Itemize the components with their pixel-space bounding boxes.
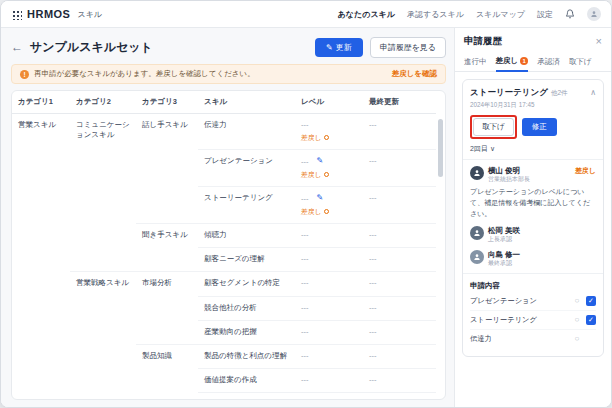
banner-text: 再申請が必要なスキルがあります。差戻しを確認してください。 xyxy=(34,69,255,79)
main-area: ← サンプルスキルセット ✎ 更新 申請履歴を見る ! 再申請が必要なスキルがあ… xyxy=(1,28,454,408)
cell-updated: --- xyxy=(363,248,436,272)
cell-level: --- xyxy=(295,344,363,368)
request-card: ストーリーテリング 他2件 ∧ 2024年10月31日 17:45 取下げ 修正… xyxy=(462,79,604,357)
status-circle-icon xyxy=(324,172,329,177)
request-actions: 取下げ 修正 xyxy=(470,115,596,139)
cell-skill: ストーリーテリング xyxy=(198,187,295,224)
circle-icon: ○ xyxy=(568,315,586,324)
divider xyxy=(463,159,603,160)
scrollbar-thumb[interactable] xyxy=(438,119,443,177)
resubmit-warning-banner: ! 再申請が必要なスキルがあります。差戻しを確認してください。 差戻しを確認 xyxy=(11,64,446,84)
request-header: ストーリーテリング 他2件 ∧ xyxy=(470,87,596,99)
close-icon[interactable]: × xyxy=(596,36,602,47)
update-button[interactable]: ✎ 更新 xyxy=(315,38,363,57)
commenter-role: 最終承認 xyxy=(488,259,520,268)
commenter-avatar xyxy=(470,166,484,180)
request-title: ストーリーテリング xyxy=(470,87,548,99)
request-item: 伝達力 ○ xyxy=(470,330,596,348)
nav-skill-map[interactable]: スキルマップ xyxy=(476,9,525,20)
back-arrow-icon[interactable]: ← xyxy=(11,40,23,54)
checkbox-checked-icon[interactable]: ✓ xyxy=(586,296,596,306)
check-returned-link[interactable]: 差戻しを確認 xyxy=(392,69,437,79)
returned-status: 差戻し xyxy=(301,207,357,216)
cell-skill: 顧客ニーズの理解 xyxy=(198,248,295,272)
returned-status: 差戻し xyxy=(301,133,357,142)
comment: 松岡 美咲 上長承認 xyxy=(470,226,596,244)
request-item-label: 伝達力 xyxy=(470,334,492,344)
annotation-highlight: 取下げ xyxy=(470,115,517,139)
tab-returned[interactable]: 差戻し1 xyxy=(496,53,529,72)
status-circle-icon xyxy=(324,209,329,214)
cell-category3: 製品知識 xyxy=(136,344,198,400)
bell-icon[interactable] xyxy=(565,9,575,19)
cell-skill: 価値提案の作成 xyxy=(198,368,295,392)
tab-withdrawn[interactable]: 取下げ xyxy=(569,53,592,71)
col-level: レベル xyxy=(295,91,363,114)
cell-category3: 市場分析 xyxy=(136,272,198,344)
user-avatar[interactable] xyxy=(587,7,601,21)
tab-approved[interactable]: 承認済 xyxy=(537,53,560,71)
cell-skill: 競合他社の分析 xyxy=(198,296,295,320)
cell-level: --- xyxy=(295,368,363,392)
cell-category1: 営業スキル xyxy=(12,114,70,401)
circle-icon: ○ xyxy=(568,296,586,305)
history-tabs: 進行中 差戻し1 承認済 取下げ xyxy=(455,53,611,72)
commenter-name: 松岡 美咲 xyxy=(488,226,520,235)
returned-status: 差戻し xyxy=(301,170,357,179)
request-content-title: 申請内容 xyxy=(470,281,596,291)
cell-updated: --- xyxy=(363,296,436,320)
cell-updated: --- xyxy=(363,320,436,344)
nav-approve-skills[interactable]: 承認するスキル xyxy=(407,9,464,20)
pencil-icon: ✎ xyxy=(326,43,333,52)
cell-skill: 製品の特徴と利点の理解 xyxy=(198,344,295,368)
request-item-label: プレゼンテーション xyxy=(470,296,537,306)
topbar: HRMOS スキル あなたのスキル 承認するスキル スキルマップ 設定 xyxy=(1,1,611,28)
tab-in-progress[interactable]: 進行中 xyxy=(464,53,487,71)
cell-level: --- xyxy=(295,320,363,344)
cell-level: ---✎ 差戻し xyxy=(295,187,363,224)
edit-icon[interactable]: ✎ xyxy=(317,156,324,167)
cell-level: ---✎ 差戻し xyxy=(295,150,363,187)
cell-category3: 話し手スキル xyxy=(136,114,198,224)
fix-button[interactable]: 修正 xyxy=(522,118,557,136)
checkbox-checked-icon[interactable]: ✓ xyxy=(586,315,596,325)
edit-icon[interactable]: ✎ xyxy=(317,193,324,204)
table-scrollbar xyxy=(438,93,443,397)
content: ← サンプルスキルセット ✎ 更新 申請履歴を見る ! 再申請が必要なスキルがあ… xyxy=(1,28,611,408)
application-history-panel: 申請履歴 × 進行中 差戻し1 承認済 取下げ ストーリーテリング 他2件 ∧ … xyxy=(454,28,611,408)
view-history-button[interactable]: 申請履歴を見る xyxy=(370,37,446,58)
checkbox-placeholder xyxy=(586,334,596,344)
table-header-row: カテゴリ1 カテゴリ2 カテゴリ3 スキル レベル 最終更新 xyxy=(12,91,436,114)
cell-skill: 伝達力 xyxy=(198,114,295,150)
returned-count-badge: 1 xyxy=(520,57,528,65)
cell-updated: --- xyxy=(363,150,436,187)
commenter-name: 横山 俊明 xyxy=(488,166,530,175)
panel-header: 申請履歴 × xyxy=(455,28,611,53)
cell-skill: クロスセル・アップセル xyxy=(198,393,295,400)
chevron-down-icon: ∨ xyxy=(490,145,495,153)
cell-category2: 営業戦略スキル xyxy=(70,272,136,400)
hrmos-logo: HRMOS xyxy=(27,8,70,20)
round-selector[interactable]: 2回目 ∨ xyxy=(470,144,596,154)
comment-status: 差戻し xyxy=(575,166,596,176)
cell-skill: 傾聴力 xyxy=(198,224,295,248)
nav-your-skills[interactable]: あなたのスキル xyxy=(338,9,395,20)
nav-settings[interactable]: 設定 xyxy=(537,9,553,20)
table-row: 営業戦略スキル 市場分析 顧客セグメントの特定 --- --- xyxy=(12,272,436,296)
col-category2: カテゴリ2 xyxy=(70,91,136,114)
page-title: サンプルスキルセット xyxy=(30,39,153,56)
commenter-name: 向島 修一 xyxy=(488,250,520,259)
cell-updated: --- xyxy=(363,393,436,400)
cell-level: --- xyxy=(295,393,363,400)
status-circle-icon xyxy=(324,135,329,140)
level-value: --- xyxy=(301,157,309,167)
commenter-role: 営業統括本部長 xyxy=(488,175,530,184)
cell-skill: プレゼンテーション xyxy=(198,150,295,187)
app-switcher-icon[interactable] xyxy=(11,9,22,20)
product-name: スキル xyxy=(77,9,102,20)
cell-level: --- xyxy=(295,296,363,320)
withdraw-button[interactable]: 取下げ xyxy=(473,118,514,136)
chevron-up-icon[interactable]: ∧ xyxy=(590,88,596,97)
col-category1: カテゴリ1 xyxy=(12,91,70,114)
cell-updated: --- xyxy=(363,344,436,368)
